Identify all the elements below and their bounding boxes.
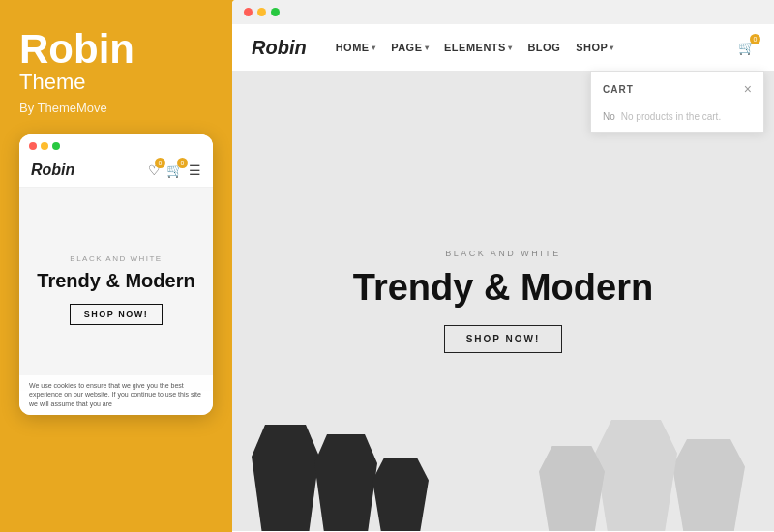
browser-minimize-dot — [257, 8, 266, 16]
mobile-header: Robin ♡ 0 🛒 0 ☰ — [19, 158, 213, 188]
browser-bar — [232, 0, 774, 24]
brand-author: By ThemeMove — [19, 101, 213, 115]
minimize-dot — [41, 142, 48, 150]
cart-title-label: CART — [603, 84, 634, 95]
white-shape-1 — [672, 439, 745, 531]
maximize-dot — [52, 142, 60, 150]
cart-close-button[interactable]: × — [744, 81, 752, 97]
nav-shop-chevron-icon: ▾ — [610, 44, 614, 52]
browser-close-dot — [244, 8, 253, 16]
left-panel: Robin Theme By ThemeMove Robin ♡ 0 🛒 0 ☰ — [0, 0, 232, 532]
wishlist-badge: 0 — [155, 158, 165, 168]
mobile-hero-heading: Trendy & Modern — [37, 269, 194, 292]
hero-tag: BLACK AND WHITE — [445, 249, 561, 258]
close-dot — [29, 142, 37, 150]
dark-shape-2 — [314, 434, 377, 531]
menu-icon[interactable]: ☰ — [189, 163, 201, 178]
nav-home-label: HOME — [336, 42, 370, 53]
cookie-bar: We use cookies to ensure that we give yo… — [19, 375, 213, 415]
nav-home-chevron-icon: ▾ — [372, 44, 376, 52]
mobile-preview-card: Robin ♡ 0 🛒 0 ☰ BLACK AND WHITE Trendy &… — [19, 134, 213, 415]
cart-dropdown-header: CART × — [603, 81, 752, 103]
nav-cart-icon[interactable]: 🛒 0 — [738, 40, 755, 55]
shop-now-button[interactable]: SHOP NOW! — [444, 325, 563, 353]
browser-maximize-dot — [271, 8, 280, 16]
mobile-hero-content: BLACK AND WHITE Trendy & Modern SHOP NOW… — [19, 188, 213, 391]
mobile-logo: Robin — [31, 162, 74, 179]
nav-right-icons: 🛒 0 — [738, 40, 755, 55]
window-controls — [19, 134, 213, 158]
nav-page[interactable]: PAGE ▾ — [391, 42, 429, 53]
dark-shape-1 — [252, 425, 319, 531]
mobile-shop-now-button[interactable]: SHOP NOW! — [70, 304, 163, 325]
decorative-shapes — [232, 376, 774, 531]
hero-section: BLACK AND WHITE Trendy & Modern SHOP NOW… — [232, 71, 774, 531]
white-shape-3 — [539, 446, 605, 531]
cart-empty-message: No products in the cart. — [621, 111, 721, 122]
cart-badge: 0 — [177, 158, 188, 168]
nav-blog[interactable]: BLOG — [527, 42, 560, 53]
brand-subtitle: Theme — [19, 70, 213, 95]
nav-logo: Robin — [252, 37, 307, 59]
wishlist-icon[interactable]: ♡ 0 — [148, 163, 161, 178]
nav-blog-label: BLOG — [527, 42, 560, 53]
nav-links: HOME ▾ PAGE ▾ ELEMENTS ▾ BLOG SHOP ▾ — [336, 42, 738, 53]
nav-shop-label: SHOP — [576, 42, 608, 53]
cart-dropdown: CART × No No products in the cart. — [590, 71, 764, 133]
nav-bar: Robin HOME ▾ PAGE ▾ ELEMENTS ▾ BLOG — [232, 24, 774, 71]
nav-cart-badge: 0 — [750, 34, 760, 44]
mobile-hero-tag: BLACK AND WHITE — [70, 254, 162, 263]
nav-elements[interactable]: ELEMENTS ▾ — [444, 42, 512, 53]
nav-elements-chevron-icon: ▾ — [508, 44, 513, 52]
brand-section: Robin Theme By ThemeMove — [19, 29, 213, 115]
brand-title: Robin — [19, 29, 213, 70]
cart-empty-row: No No products in the cart. — [603, 111, 752, 122]
mobile-icons: ♡ 0 🛒 0 ☰ — [148, 163, 201, 178]
nav-elements-label: ELEMENTS — [444, 42, 506, 53]
cart-icon[interactable]: 🛒 0 — [166, 163, 183, 178]
hero-heading: Trendy & Modern — [353, 268, 653, 309]
nav-page-chevron-icon: ▾ — [425, 44, 430, 52]
nav-shop[interactable]: SHOP ▾ — [576, 42, 614, 53]
dark-shape-3 — [372, 458, 429, 531]
cookie-text: We use cookies to ensure that we give yo… — [29, 382, 201, 408]
nav-home[interactable]: HOME ▾ — [336, 42, 376, 53]
nav-page-label: PAGE — [391, 42, 422, 53]
white-shape-2 — [595, 420, 677, 531]
right-panel: Robin HOME ▾ PAGE ▾ ELEMENTS ▾ BLOG — [232, 0, 774, 532]
cart-no-label: No — [603, 111, 615, 122]
browser-content: Robin HOME ▾ PAGE ▾ ELEMENTS ▾ BLOG — [232, 24, 774, 531]
